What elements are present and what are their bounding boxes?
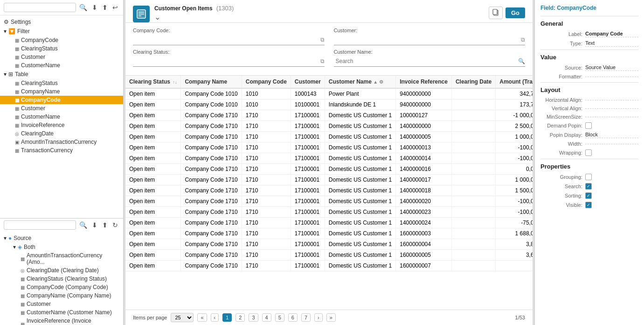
source-item-companycode[interactable]: ▦ CompanyCode (Company Code) bbox=[0, 283, 123, 291]
source-sort-down-button[interactable]: ⬇ bbox=[90, 220, 99, 230]
sidebar-item-filter-companycode[interactable]: ▦ CompanyCode bbox=[0, 36, 123, 44]
page-button-7[interactable]: 7 bbox=[301, 313, 311, 322]
last-page-button[interactable]: » bbox=[326, 313, 336, 322]
th-clearing-status[interactable]: Clearing Status ↑↓ bbox=[125, 76, 181, 88]
th-clearing-date[interactable]: Clearing Date bbox=[451, 76, 495, 88]
th-company-name[interactable]: Company Name bbox=[181, 76, 242, 88]
sidebar-item-table-clearingstatus[interactable]: ▦ ClearingStatus bbox=[0, 79, 123, 87]
source-item-invoicereference[interactable]: ▦ InvoiceReference (Invoice Reference... bbox=[0, 317, 123, 325]
cell-company_code: 1710 bbox=[242, 261, 291, 271]
customer-copy-icon[interactable]: ⧉ bbox=[521, 36, 525, 43]
table-row[interactable]: Open itemCompany Code 1710171017100001Do… bbox=[125, 185, 533, 196]
table-row[interactable]: Open itemCompany Code 1710171017100001Do… bbox=[125, 261, 533, 271]
sidebar-item-filter[interactable]: ▾ 🔽 Filter bbox=[0, 27, 123, 36]
source-item-amount[interactable]: ▦ AmountInTransactionCurrency (Amo... bbox=[0, 251, 123, 266]
wrapping-checkbox[interactable] bbox=[585, 149, 592, 156]
source-item-clearingdate[interactable]: ◎ ClearingDate (Clearing Date) bbox=[0, 266, 123, 275]
source-item-both[interactable]: ▾ ◈ Both bbox=[0, 243, 123, 251]
items-per-page-select[interactable]: 25 50 100 bbox=[171, 313, 194, 322]
customer-name-input[interactable] bbox=[334, 57, 519, 65]
th-customer-name[interactable]: Customer Name ▲ ⚙ bbox=[325, 76, 395, 88]
grouping-checkbox[interactable] bbox=[585, 174, 592, 180]
search-button[interactable]: 🔍 bbox=[78, 3, 89, 12]
sidebar-item-table-amount[interactable]: ▣ AmountInTransactionCurrency bbox=[0, 138, 123, 146]
sort-up-button[interactable]: ⬆ bbox=[101, 3, 109, 12]
table-row[interactable]: Open itemCompany Code 1710171017100001Do… bbox=[125, 228, 533, 239]
source-item-clearingstatus[interactable]: ▦ ClearingStatus (Clearing Status) bbox=[0, 275, 123, 283]
company-code-input[interactable] bbox=[133, 35, 320, 44]
th-invoice-reference[interactable]: Invoice Reference bbox=[396, 76, 452, 88]
t-transcurrency-icon: ▦ bbox=[15, 148, 19, 153]
table-row[interactable]: Open itemCompany Code 1010101010100001In… bbox=[125, 99, 533, 110]
sidebar-item-table-customer[interactable]: ▦ Customer bbox=[0, 104, 123, 113]
page-button-1[interactable]: 1 bbox=[222, 313, 232, 322]
clearing-status-copy-icon[interactable]: ⧉ bbox=[320, 58, 325, 64]
sidebar-item-table[interactable]: ▾ ⊞ Table bbox=[0, 70, 123, 79]
page-button-3[interactable]: 3 bbox=[249, 313, 258, 322]
sidebar-item-filter-customername[interactable]: ▦ CustomerName bbox=[0, 61, 123, 70]
table-row[interactable]: Open itemCompany Code 1710171017100001Do… bbox=[125, 142, 533, 153]
table-row[interactable]: Open itemCompany Code 1710171017100001Do… bbox=[125, 207, 533, 218]
cell-company_code: 1710 bbox=[242, 164, 291, 175]
source-item-companyname[interactable]: ▦ CompanyName (Company Name) bbox=[0, 291, 123, 300]
minscreen-row: MinScreenSize: bbox=[540, 114, 638, 120]
page-button-6[interactable]: 6 bbox=[288, 313, 298, 322]
page-button-2[interactable]: 2 bbox=[235, 313, 245, 322]
search-checkbox[interactable]: ✓ bbox=[585, 183, 592, 190]
table-row[interactable]: Open itemCompany Code 1710171017100001Do… bbox=[125, 132, 533, 142]
sidebar-item-settings[interactable]: ⚙ Settings bbox=[0, 17, 123, 27]
th-company-code[interactable]: Company Code bbox=[242, 76, 291, 88]
page-button-5[interactable]: 5 bbox=[275, 313, 284, 322]
prev-page-button[interactable]: ‹ bbox=[211, 313, 219, 322]
table-row[interactable]: Open itemCompany Code 1710171017100001Do… bbox=[125, 164, 533, 175]
visible-checkbox[interactable]: ✓ bbox=[585, 202, 592, 208]
horiz-align-row: Horizontal Align: bbox=[540, 97, 638, 103]
sort-down-button[interactable]: ⬇ bbox=[90, 3, 99, 12]
go-button[interactable]: Go bbox=[506, 7, 525, 18]
sidebar-item-table-clearingdate[interactable]: ◎ ClearingDate bbox=[0, 129, 123, 138]
sidebar-item-table-companycode[interactable]: ▦ CompanyCode bbox=[0, 96, 123, 104]
next-page-button[interactable]: › bbox=[314, 313, 323, 322]
left-search-input[interactable] bbox=[4, 3, 76, 12]
customer-name-search-icon[interactable]: 🔍 bbox=[518, 58, 525, 64]
source-item-customer[interactable]: ▦ Customer bbox=[0, 300, 123, 308]
table-row[interactable]: Open itemCompany Code 1710171017100001Do… bbox=[125, 218, 533, 228]
width-row: Width: bbox=[540, 141, 638, 147]
cell-company_code: 1710 bbox=[242, 218, 291, 228]
th-customer[interactable]: Customer bbox=[291, 76, 325, 88]
page-button-4[interactable]: 4 bbox=[262, 313, 271, 322]
company-code-copy-icon[interactable]: ⧉ bbox=[320, 36, 325, 43]
sidebar-item-table-transactioncurrency[interactable]: ▦ TransactionCurrency bbox=[0, 146, 123, 155]
table-row[interactable]: Open itemCompany Code 1710171017100001Do… bbox=[125, 239, 533, 250]
demand-popin-checkbox[interactable] bbox=[585, 122, 592, 129]
clearing-status-input[interactable] bbox=[133, 57, 320, 65]
source-refresh-button[interactable]: ↻ bbox=[111, 220, 119, 230]
sidebar-item-table-invoicereference[interactable]: ▦ InvoiceReference bbox=[0, 121, 123, 129]
table-row[interactable]: Open itemCompany Code 1710171017100001Do… bbox=[125, 110, 533, 121]
table-row[interactable]: Open itemCompany Code 1710171017100001Do… bbox=[125, 153, 533, 164]
sidebar-item-filter-customer[interactable]: ▦ Customer bbox=[0, 53, 123, 61]
table-row[interactable]: Open itemCompany Code 1710171017100001Do… bbox=[125, 121, 533, 132]
undo-button[interactable]: ↩ bbox=[111, 3, 119, 12]
customer-input[interactable] bbox=[334, 35, 521, 44]
source-search-button[interactable]: 🔍 bbox=[78, 220, 89, 230]
table-row[interactable]: Open itemCompany Code 1710171017100001Do… bbox=[125, 175, 533, 185]
cell-invoice_reference: 1600000004 bbox=[396, 239, 452, 250]
source-item-customername[interactable]: ▦ CustomerName (Customer Name) bbox=[0, 308, 123, 317]
report-chevron[interactable]: ⌄ bbox=[154, 13, 484, 21]
first-page-button[interactable]: « bbox=[197, 313, 207, 322]
cell-customer: 17100001 bbox=[291, 228, 325, 239]
source-sort-up-button[interactable]: ⬆ bbox=[101, 220, 109, 230]
sorting-checkbox[interactable]: ✓ bbox=[585, 192, 592, 199]
sidebar-item-filter-clearingstatus[interactable]: ▦ ClearingStatus bbox=[0, 44, 123, 53]
th-amount[interactable]: Amount (Tran Cur.) bbox=[496, 76, 533, 88]
table-row[interactable]: Open itemCompany Code 1710171017100001Do… bbox=[125, 250, 533, 261]
table-row[interactable]: Open itemCompany Code 1710171017100001Do… bbox=[125, 196, 533, 207]
sidebar-item-table-customername[interactable]: ▦ CustomerName bbox=[0, 113, 123, 121]
sidebar-item-table-companyname[interactable]: ▦ CompanyName bbox=[0, 87, 123, 96]
source-section-label[interactable]: ▾ ● Source bbox=[0, 233, 123, 243]
src-invoicereference-icon: ▦ bbox=[21, 322, 25, 325]
copy-button[interactable] bbox=[489, 7, 503, 19]
table-row[interactable]: Open itemCompany Code 101010101000143Pow… bbox=[125, 88, 533, 99]
source-search-input[interactable] bbox=[4, 220, 76, 230]
